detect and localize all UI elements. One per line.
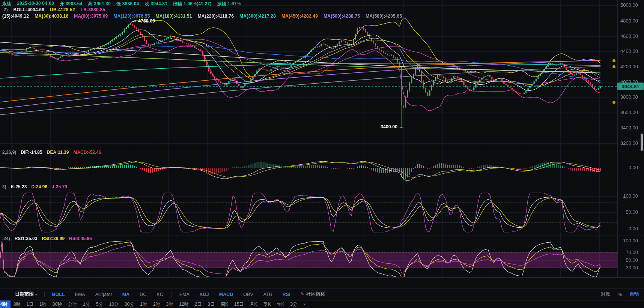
- timeframe-8时[interactable]: 8时: [11, 300, 24, 308]
- edit-icon: ✎: [301, 291, 304, 297]
- boll-seg-2: UB:4128.52: [50, 7, 75, 12]
- ma-seg-3: MA(120):3976.55: [114, 14, 150, 19]
- kdj-info-row: 3)K:25.23D:24.96J:25.79: [2, 184, 67, 189]
- timeframe-1时[interactable]: 1时: [137, 300, 150, 308]
- ohlc-seg-2: 开 3903.54: [60, 1, 83, 7]
- kline-canvas[interactable]: [0, 0, 644, 278]
- ma-seg-5: MA(220):4118.76: [198, 14, 234, 19]
- rsi-seg-2: RSI2:39.99: [42, 236, 65, 241]
- ma-info-row: (15):4049.12MA(30):4038.16MA(60):3975.69…: [2, 14, 402, 19]
- ohlc-seg-0: 永续: [2, 1, 11, 7]
- ma-seg-7: MA(450):4282.49: [281, 14, 318, 19]
- timeframe-分时[interactable]: 分时: [65, 300, 80, 308]
- timeframe-30秒[interactable]: 30秒: [50, 300, 65, 308]
- indicator-button-dc[interactable]: DC: [140, 292, 146, 297]
- indicator-button-rsi[interactable]: RSI: [283, 292, 290, 297]
- boll-seg-0: ,2): [2, 7, 8, 12]
- timeframe-年K[interactable]: 年K: [274, 300, 287, 308]
- indicator-button-kc[interactable]: KC: [156, 292, 163, 297]
- rsi-tick: 50.00: [615, 257, 638, 263]
- kdj-seg-3: J:25.79: [52, 184, 67, 189]
- indicator-toolbar: 日期范围▾ BOLLEMAAlligatorMADCKC EMAKDJMACDO…: [0, 288, 644, 300]
- indicator-button-ema[interactable]: EMA: [75, 292, 85, 297]
- price-tick: 4800.00: [615, 18, 638, 24]
- indicator-button-ma[interactable]: MA: [122, 292, 129, 297]
- timeframe-30分[interactable]: 30分: [122, 300, 137, 308]
- timeframe-1分[interactable]: 1分: [80, 300, 93, 308]
- ohlc-seg-7: 振幅 1.67%: [217, 1, 241, 7]
- ohlc-seg-4: 低 3886.04: [116, 1, 139, 7]
- price-tick: 3400.00: [615, 125, 638, 131]
- macd-seg-3: MACD:-52.46: [73, 150, 101, 155]
- timeframe-12时[interactable]: 12时: [176, 300, 191, 308]
- timeframe-3日[interactable]: 3日: [205, 300, 218, 308]
- signal-dot-icon[interactable]: [612, 59, 615, 62]
- signal-dot-icon[interactable]: [612, 65, 615, 68]
- timeframe-3时[interactable]: 3时: [163, 300, 176, 308]
- rsi-tick: 100.00: [615, 238, 638, 243]
- timeframe-bar: 4时8时1日1秒30秒分时1分5分10分30分1时2时3时12时2日3日周K15…: [0, 300, 644, 308]
- ma-seg-8: MA(500):4288.75: [324, 14, 360, 19]
- timeframe-3分[interactable]: 3分: [287, 300, 300, 308]
- community-indicators-label: 社区指标: [306, 291, 325, 297]
- indicator-button-macd[interactable]: MACD: [219, 292, 233, 297]
- ohlc-seg-1: 2025-10-30 04:00: [17, 1, 54, 7]
- trading-app: 永续2025-10-30 04:00开 3903.54高 3951.30低 38…: [0, 0, 644, 308]
- last-price-tag: 3944.81: [617, 83, 644, 90]
- timeframe-月K[interactable]: 月K: [247, 300, 260, 308]
- toolbar-divider: [44, 291, 45, 297]
- date-range-button[interactable]: 日期范围▾: [15, 291, 37, 297]
- macd-seg-2: DEA:11.39: [47, 150, 69, 155]
- rsi-seg-0: ,24): [2, 236, 10, 241]
- boll-seg-1: BOLL:4004.68: [14, 7, 44, 12]
- price-tick: 3200.00: [615, 140, 638, 146]
- boll-seg-3: LB:3880.85: [81, 7, 105, 12]
- kdj-seg-2: D:24.96: [31, 184, 47, 189]
- indicator-button-ema[interactable]: EMA: [179, 292, 190, 297]
- timeframe-2时[interactable]: 2时: [150, 300, 163, 308]
- ohlc-seg-6: 涨幅 1.06%(41.27): [173, 1, 211, 7]
- price-tick: 5000.00: [615, 2, 638, 8]
- sub-indicator-group: EMAKDJMACDOBVATRRSI: [179, 292, 301, 297]
- timeframe-10分[interactable]: 10分: [106, 300, 121, 308]
- timeframe-4时[interactable]: 4时: [0, 300, 11, 308]
- toolbar-divider: [172, 291, 172, 297]
- indicator-button-kdj[interactable]: KDJ: [200, 292, 209, 297]
- community-indicators-button[interactable]: ✎社区指标: [301, 291, 325, 297]
- pane-scrollbar[interactable]: [641, 134, 643, 151]
- timeframe-周K[interactable]: 周K: [218, 300, 231, 308]
- rsi-tick: 30.00: [615, 265, 638, 270]
- ma-seg-2: MA(60):3975.69: [74, 14, 108, 19]
- price-annotation-1: 3400.00 →: [381, 124, 403, 129]
- macd-seg-0: 2,26,9): [2, 150, 16, 155]
- timeframe-2日[interactable]: 2日: [192, 300, 205, 308]
- date-axis: 9月19月59月99月139月179月219月259月2910月310月710月…: [0, 278, 644, 288]
- indicator-button-alligator[interactable]: Alligator: [95, 292, 112, 297]
- kdj-seg-0: 3): [2, 184, 6, 189]
- timeframe-5分[interactable]: 5分: [93, 300, 106, 308]
- indicator-button-obv[interactable]: OBV: [243, 292, 253, 297]
- timeframe-15日[interactable]: 15日: [231, 300, 247, 308]
- indicator-button-atr[interactable]: ATR: [263, 292, 272, 297]
- date-range-label: 日期范围: [15, 291, 34, 297]
- ma-seg-4: MA(180):4131.51: [156, 14, 192, 19]
- price-tick: 4400.00: [615, 48, 638, 54]
- macd-tick: 0.00: [615, 165, 638, 170]
- kdj-tick: 50.00: [615, 209, 638, 215]
- signal-dot-icon[interactable]: [612, 101, 615, 104]
- price-tick: 4600.00: [615, 33, 638, 39]
- rsi-seg-3: RSI3:45.96: [69, 236, 92, 241]
- timeframe-1日[interactable]: 1日: [23, 300, 36, 308]
- scale-options-group: 对数%自动: [601, 291, 639, 297]
- macd-info-row: 2,26,9)DIF:-14.85DEA:11.39MACD:-52.46: [2, 150, 101, 155]
- timeframe-1秒[interactable]: 1秒: [36, 300, 50, 308]
- ma-seg-1: MA(30):4038.16: [35, 14, 68, 19]
- timeframe-季K[interactable]: 季K: [260, 300, 274, 308]
- scale-option-%[interactable]: %: [618, 292, 622, 297]
- indicator-button-boll[interactable]: BOLL: [52, 292, 65, 297]
- kdj-tick: 0.00: [615, 226, 638, 231]
- scale-option-自动[interactable]: 自动: [629, 291, 639, 297]
- scale-option-对数[interactable]: 对数: [601, 291, 610, 297]
- price-annotation-0: ← 4768.00: [132, 18, 155, 24]
- close-icon[interactable]: ×: [303, 302, 306, 307]
